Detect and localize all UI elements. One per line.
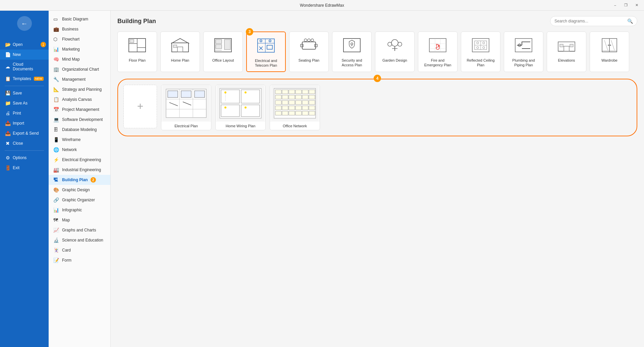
template-card-fire[interactable]: Fire and Emergency Plan [418, 31, 458, 72]
plumbing-icon [512, 35, 535, 55]
back-button[interactable]: ← [17, 16, 32, 31]
cat-building[interactable]: 🏗 Building Plan 2 [49, 175, 110, 185]
cat-software[interactable]: 💻 Software Development [49, 115, 110, 125]
cat-wireframe[interactable]: 📱 Wireframe [49, 135, 110, 145]
cat-industrial[interactable]: 🏭 Industrial Engineering [49, 165, 110, 175]
new-diagram-card[interactable]: + [123, 85, 157, 128]
step-badge-3: 3 [246, 28, 253, 36]
cat-graphs[interactable]: 📈 Graphs and Charts [49, 225, 110, 235]
fire-icon [426, 35, 449, 55]
cat-organizer[interactable]: 🔗 Graphic Organizer [49, 195, 110, 205]
cat-project[interactable]: 📅 Project Management [49, 105, 110, 115]
sidebar-item-options[interactable]: ⚙ Options [0, 153, 49, 163]
wardrobe-icon [598, 35, 621, 55]
template-card-electrical[interactable]: Electrical and Telecom Plan [246, 31, 286, 72]
sidebar-item-save[interactable]: 💾 Save [0, 88, 49, 98]
template-card-garden[interactable]: Garden Design [375, 31, 415, 72]
officelayout-icon [211, 35, 235, 55]
cat-strategy[interactable]: 📐 Strategy and Planning [49, 84, 110, 94]
sidebar-item-label: Exit [13, 165, 19, 170]
svg-point-86 [224, 107, 226, 109]
restore-button[interactable]: ❐ [621, 2, 631, 9]
electrical-thumb [161, 85, 211, 122]
cat-mindmap[interactable]: 🧠 Mind Map [49, 54, 110, 64]
template-card-homeplan[interactable]: Home Plan [160, 31, 200, 72]
save-icon: 💾 [5, 90, 11, 96]
template-card-ceiling[interactable]: Reflected Ceiling Plan [461, 31, 500, 72]
building-icon: 🏗 [53, 177, 59, 183]
svg-point-24 [304, 39, 307, 42]
template-card-floorplan[interactable]: Floor Plan [117, 31, 157, 72]
svg-point-46 [477, 47, 479, 49]
cat-infographic[interactable]: 📊 Infographic [49, 205, 110, 215]
template-grid: Floor Plan Home Plan [117, 31, 637, 72]
cat-map[interactable]: 🗺 Map [49, 215, 110, 225]
template-section: 3 Floor Plan [117, 31, 637, 72]
cat-flowchart[interactable]: ⬡ Flowchart [49, 34, 110, 44]
sidebar-item-import[interactable]: 📥 Import [0, 118, 49, 128]
database-icon: 🗄 [53, 127, 59, 132]
sidebar-item-new[interactable]: 📄 New [0, 50, 49, 60]
cat-label: Marketing [62, 47, 80, 52]
orgchart-icon: 🏢 [53, 67, 59, 72]
svg-point-17 [269, 40, 271, 42]
cat-network[interactable]: 🌐 Network [49, 145, 110, 155]
cat-orgchart[interactable]: 🏢 Organizational Chart [49, 64, 110, 74]
cat-business[interactable]: 💼 Business [49, 24, 110, 34]
network-thumb [270, 85, 320, 122]
svg-point-87 [245, 107, 247, 109]
svg-rect-111 [289, 106, 295, 110]
sidebar-item-open[interactable]: 📂 Open 1 [0, 40, 49, 50]
svg-rect-98 [282, 95, 288, 99]
template-card-wardrobe[interactable]: Wardrobe [590, 31, 629, 72]
svg-line-65 [604, 40, 608, 50]
card-icon: 🃏 [53, 248, 59, 253]
svg-rect-103 [275, 100, 281, 105]
template-card-security[interactable]: Security and Access Plan [332, 31, 372, 72]
cat-graphicdesign[interactable]: 🎨 Graphic Design [49, 185, 110, 195]
sidebar-item-label: Import [13, 121, 24, 126]
svg-rect-95 [302, 90, 308, 94]
sidebar-item-export[interactable]: 📤 Export & Send [0, 128, 49, 138]
example-card-network[interactable]: Office Network [270, 85, 320, 130]
sidebar-item-templates[interactable]: 📋 Templates NEW [0, 74, 49, 84]
app-body: ← 📂 Open 1 📄 New ☁ Cloud Documents 📋 Tem… [0, 11, 644, 347]
search-icon[interactable]: 🔍 [627, 18, 633, 24]
fire-label: Fire and Emergency Plan [422, 58, 454, 68]
sidebar-item-close[interactable]: ✖ Close [0, 138, 49, 148]
sidebar-item-saveas[interactable]: 📁 Save As [0, 98, 49, 108]
search-input[interactable] [554, 19, 625, 23]
template-card-elevations[interactable]: Elevations [547, 31, 586, 72]
example-card-electrical[interactable]: Electrical Plan [161, 85, 211, 130]
minimize-button[interactable]: − [610, 2, 620, 9]
cat-basic[interactable]: ▭ Basic Diagram [49, 14, 110, 24]
example-card-wiring[interactable]: Home Wiring Plan [215, 85, 266, 130]
cat-science[interactable]: 🔬 Science and Education [49, 235, 110, 245]
svg-point-30 [391, 40, 398, 46]
cat-label: Business [62, 27, 78, 31]
cat-electrical[interactable]: ⚡ Electrical Engineering [49, 155, 110, 165]
sidebar-item-print[interactable]: 🖨 Print [0, 108, 49, 118]
sidebar-item-cloud[interactable]: ☁ Cloud Documents [0, 60, 49, 74]
cat-marketing[interactable]: 📊 Marketing [49, 44, 110, 54]
cat-form[interactable]: 📝 Form [49, 255, 110, 265]
sidebar-item-exit[interactable]: 🚪 Exit [0, 163, 49, 173]
template-card-officelayout[interactable]: Office Layout [203, 31, 243, 72]
sidebar-item-label: Export & Send [13, 131, 39, 136]
cat-card[interactable]: 🃏 Card [49, 245, 110, 255]
cat-label: Network [62, 147, 77, 152]
graphicdesign-icon: 🎨 [53, 187, 59, 193]
template-card-plumbing[interactable]: Plumbing and Piping Plan [504, 31, 543, 72]
building-badge: 2 [91, 177, 96, 183]
garden-icon [383, 35, 407, 55]
svg-point-16 [260, 40, 262, 42]
svg-point-44 [477, 42, 479, 44]
cat-analysis[interactable]: 📋 Analysis Canvas [49, 94, 110, 105]
template-card-seating[interactable]: Seating Plan [289, 31, 329, 72]
svg-rect-97 [275, 95, 281, 99]
search-bar: 🔍 [550, 16, 637, 26]
close-button[interactable]: ✕ [632, 2, 641, 9]
cat-management[interactable]: 🔧 Management [49, 74, 110, 84]
svg-point-26 [311, 39, 314, 42]
cat-database[interactable]: 🗄 Database Modeling [49, 125, 110, 135]
